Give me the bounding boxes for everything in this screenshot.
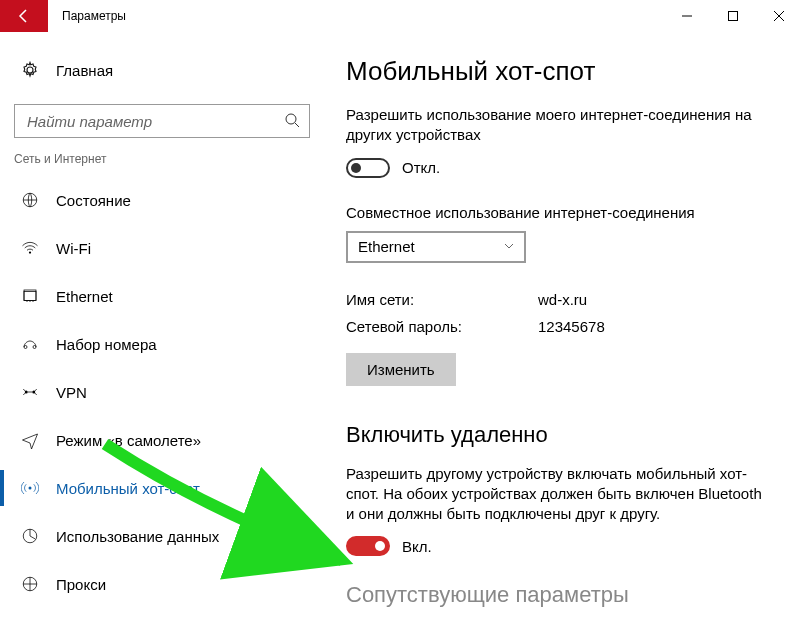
- maximize-button[interactable]: [710, 0, 756, 32]
- nav-status[interactable]: Состояние: [14, 176, 310, 224]
- nav-label: Режим «в самолете»: [56, 432, 201, 449]
- nav-label: Набор номера: [56, 336, 157, 353]
- svg-rect-0: [729, 12, 738, 21]
- remote-toggle[interactable]: [346, 536, 390, 556]
- globe-icon: [20, 191, 40, 209]
- share-toggle-state: Откл.: [402, 159, 440, 176]
- nav-datausage[interactable]: Использование данных: [14, 512, 310, 560]
- nav-label: Прокси: [56, 576, 106, 593]
- nav-dialup[interactable]: Набор номера: [14, 320, 310, 368]
- share-description: Разрешить использование моего интернет-с…: [346, 105, 772, 146]
- nav-ethernet[interactable]: Ethernet: [14, 272, 310, 320]
- window-title: Параметры: [62, 9, 126, 23]
- network-name-label: Имя сети:: [346, 291, 538, 308]
- remote-description: Разрешить другому устройству включать мо…: [346, 464, 772, 525]
- dialup-icon: [20, 335, 40, 353]
- svg-point-10: [29, 487, 32, 490]
- nav-label: Использование данных: [56, 528, 219, 545]
- related-title: Сопутствующие параметры: [346, 582, 772, 608]
- nav-label: Состояние: [56, 192, 131, 209]
- nav-label: Ethernet: [56, 288, 113, 305]
- close-button[interactable]: [756, 0, 802, 32]
- chevron-down-icon: [502, 239, 516, 257]
- nav-label: VPN: [56, 384, 87, 401]
- nav-vpn[interactable]: VPN: [14, 368, 310, 416]
- nav-wifi[interactable]: Wi-Fi: [14, 224, 310, 272]
- nav-hotspot[interactable]: Мобильный хот-спот: [14, 464, 310, 512]
- airplane-icon: [20, 431, 40, 449]
- select-value: Ethernet: [358, 238, 415, 255]
- nav-airplane[interactable]: Режим «в самолете»: [14, 416, 310, 464]
- nav-label: Wi-Fi: [56, 240, 91, 257]
- svg-point-1: [286, 114, 296, 124]
- nav-home[interactable]: Главная: [14, 46, 310, 94]
- minimize-button[interactable]: [664, 0, 710, 32]
- search-input[interactable]: [14, 104, 310, 138]
- ethernet-icon: [20, 287, 40, 305]
- share-toggle[interactable]: [346, 158, 390, 178]
- svg-point-6: [24, 346, 27, 349]
- close-icon: [774, 11, 784, 21]
- remote-toggle-state: Вкл.: [402, 538, 432, 555]
- remote-title: Включить удаленно: [346, 422, 772, 448]
- edit-button-label: Изменить: [367, 361, 435, 378]
- share-from-select[interactable]: Ethernet: [346, 231, 526, 263]
- svg-point-3: [29, 251, 31, 253]
- datausage-icon: [20, 527, 40, 545]
- network-name-value: wd-x.ru: [538, 291, 587, 308]
- page-title: Мобильный хот-спот: [346, 56, 772, 87]
- network-password-label: Сетевой пароль:: [346, 318, 538, 335]
- titlebar: Параметры: [0, 0, 802, 32]
- wifi-icon: [20, 239, 40, 257]
- back-button[interactable]: [0, 0, 48, 32]
- nav-label: Главная: [56, 62, 113, 79]
- sidebar: Главная Сеть и Интернет Состояние Wi-Fi …: [0, 32, 320, 633]
- maximize-icon: [728, 11, 738, 21]
- share-from-label: Совместное использование интернет-соедин…: [346, 204, 772, 221]
- svg-rect-4: [24, 292, 36, 301]
- search-icon: [284, 112, 300, 132]
- arrow-left-icon: [16, 8, 32, 24]
- proxy-icon: [20, 575, 40, 593]
- nav-proxy[interactable]: Прокси: [14, 560, 310, 608]
- gear-icon: [20, 61, 40, 79]
- category-header: Сеть и Интернет: [14, 152, 310, 166]
- nav-label: Мобильный хот-спот: [56, 480, 200, 497]
- main-panel: Мобильный хот-спот Разрешить использован…: [320, 32, 802, 633]
- edit-button[interactable]: Изменить: [346, 353, 456, 386]
- svg-point-7: [33, 346, 36, 349]
- vpn-icon: [20, 383, 40, 401]
- network-password-value: 12345678: [538, 318, 605, 335]
- minimize-icon: [682, 11, 692, 21]
- hotspot-icon: [20, 479, 40, 497]
